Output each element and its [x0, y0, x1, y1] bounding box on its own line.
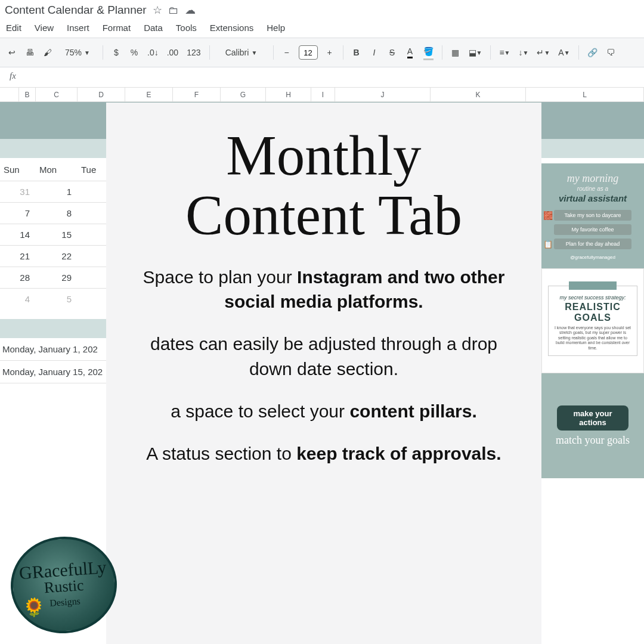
redo-button[interactable]: ↩ — [4, 44, 20, 61]
font-select[interactable]: Calibri▼ — [215, 44, 268, 61]
decrease-decimal-button[interactable]: .0↓ — [144, 44, 162, 61]
overlay-info-card: MonthlyContent Tab Space to plan your In… — [106, 103, 541, 644]
italic-button[interactable]: I — [366, 44, 383, 61]
column-header[interactable]: K — [431, 88, 526, 101]
calendar-cell[interactable]: 15 — [36, 230, 78, 240]
chevron-down-icon: ▼ — [84, 49, 90, 56]
title-bar: Content Calendar & Planner ☆ 🗀 ☁ — [0, 0, 644, 20]
separator — [209, 45, 210, 60]
instagram-previews: my morning routine as a virtual assistan… — [541, 163, 644, 478]
calendar-cell[interactable]: 4 — [0, 294, 36, 304]
calendar-cell[interactable]: 5 — [36, 294, 78, 304]
calendar-cell[interactable]: 14 — [0, 230, 36, 240]
zoom-select[interactable]: 75%▼ — [57, 44, 98, 61]
menu-edit[interactable]: Edit — [6, 23, 21, 33]
text-wrap-button[interactable]: ↵ ▼ — [533, 44, 553, 61]
font-size-input[interactable] — [299, 45, 318, 60]
column-header[interactable]: I — [311, 88, 335, 101]
calendar-cell[interactable]: 21 — [0, 251, 36, 261]
move-folder-icon[interactable]: 🗀 — [168, 4, 179, 17]
menu-extensions[interactable]: Extensions — [210, 23, 253, 33]
menu-tools[interactable]: Tools — [176, 23, 197, 33]
text-rotation-button[interactable]: A ▼ — [555, 44, 573, 61]
fill-color-button[interactable]: 🪣 — [420, 44, 437, 61]
paint-format-button[interactable]: 🖌 — [39, 44, 56, 61]
column-header[interactable]: B — [19, 88, 36, 101]
day-header-mon: Mon — [36, 165, 78, 175]
calendar-cell[interactable]: 31 — [0, 187, 36, 197]
separator — [442, 45, 442, 60]
print-button[interactable]: 🖶 — [21, 44, 38, 61]
strikethrough-button[interactable]: S — [384, 44, 401, 61]
chevron-down-icon: ▼ — [251, 49, 257, 56]
separator — [490, 45, 491, 60]
column-header[interactable]: L — [526, 88, 644, 101]
column-header[interactable] — [0, 88, 19, 101]
column-header[interactable]: E — [125, 88, 173, 101]
preview1-sub: routine as a — [577, 185, 608, 192]
preview2-tab — [569, 281, 617, 290]
day-header-sun: Sun — [0, 165, 36, 175]
brand-logo: 🌻 GRacefulLy Rustic Designs — [8, 533, 120, 637]
borders-button[interactable]: ▦ — [447, 44, 464, 61]
column-header[interactable]: F — [173, 88, 221, 101]
currency-button[interactable]: $ — [108, 44, 125, 61]
preview-card-1: my morning routine as a virtual assistan… — [541, 163, 644, 268]
doc-title[interactable]: Content Calendar & Planner — [5, 4, 147, 17]
cloud-status-icon[interactable]: ☁ — [185, 4, 196, 17]
separator — [273, 45, 274, 60]
column-header[interactable]: G — [221, 88, 266, 101]
vertical-align-button[interactable]: ↓ ▼ — [515, 44, 532, 61]
overlay-title: MonthlyContent Tab — [132, 126, 515, 246]
calendar-cell[interactable]: 28 — [0, 273, 36, 283]
font-size-decrease[interactable]: − — [278, 44, 295, 61]
calendar-cell[interactable]: 8 — [36, 208, 78, 218]
logo-line3: Designs — [49, 596, 81, 609]
merge-cells-button[interactable]: ⬓ ▼ — [465, 44, 486, 61]
chevron-down-icon: ▼ — [544, 49, 550, 56]
chevron-down-icon: ▼ — [564, 49, 570, 56]
menu-insert[interactable]: Insert — [67, 23, 89, 33]
toolbar: ↩ 🖶 🖌 75%▼ $ % .0↓ .00 123 Calibri▼ − + … — [0, 38, 644, 67]
increase-decimal-button[interactable]: .00 — [163, 44, 182, 61]
preview-card-2: my secret success strategy: REALISTIC GO… — [541, 268, 644, 373]
chevron-down-icon: ▼ — [504, 49, 510, 56]
fx-label: fx — [10, 71, 16, 81]
separator — [578, 45, 579, 60]
clipboard-icon: 📋 — [543, 240, 553, 249]
menu-view[interactable]: View — [35, 23, 54, 33]
chevron-down-icon: ▼ — [476, 49, 482, 56]
menu-format[interactable]: Format — [103, 23, 131, 33]
font-size-group: − + — [278, 44, 338, 61]
separator — [103, 45, 103, 60]
separator — [343, 45, 343, 60]
preview1-pill: 🧱Take my son to daycare — [554, 210, 631, 221]
column-header[interactable]: C — [36, 88, 78, 101]
sunflower-icon: 🌻 — [22, 596, 45, 618]
bold-button[interactable]: B — [348, 44, 365, 61]
preview1-handle: @gracefullymanaged — [570, 255, 615, 260]
percent-button[interactable]: % — [126, 44, 143, 61]
horizontal-align-button[interactable]: ≡ ▼ — [496, 44, 513, 61]
preview3-pill: make youractions — [557, 405, 628, 431]
font-size-increase[interactable]: + — [321, 44, 338, 61]
more-formats-button[interactable]: 123 — [183, 44, 204, 61]
menu-data[interactable]: Data — [144, 23, 163, 33]
chevron-down-icon: ▼ — [523, 49, 529, 56]
calendar-cell[interactable]: 7 — [0, 208, 36, 218]
column-header[interactable]: J — [335, 88, 431, 101]
column-header[interactable]: D — [78, 88, 125, 101]
menu-help[interactable]: Help — [267, 23, 285, 33]
column-header[interactable]: H — [266, 88, 311, 101]
preview2-pre: my secret success strategy: — [553, 295, 632, 301]
formula-bar: fx — [0, 67, 644, 88]
star-icon[interactable]: ☆ — [153, 4, 162, 17]
calendar-cell[interactable]: 22 — [36, 251, 78, 261]
preview1-pill: 📋Plan for the day ahead — [554, 239, 631, 249]
insert-comment-button[interactable]: 🗨 — [602, 44, 619, 61]
calendar-cell[interactable]: 29 — [36, 273, 78, 283]
calendar-cell[interactable]: 1 — [36, 187, 78, 197]
text-color-button[interactable]: A — [402, 44, 419, 61]
insert-link-button[interactable]: 🔗 — [584, 44, 601, 61]
preview1-pill: My favorite coffee — [554, 224, 631, 235]
